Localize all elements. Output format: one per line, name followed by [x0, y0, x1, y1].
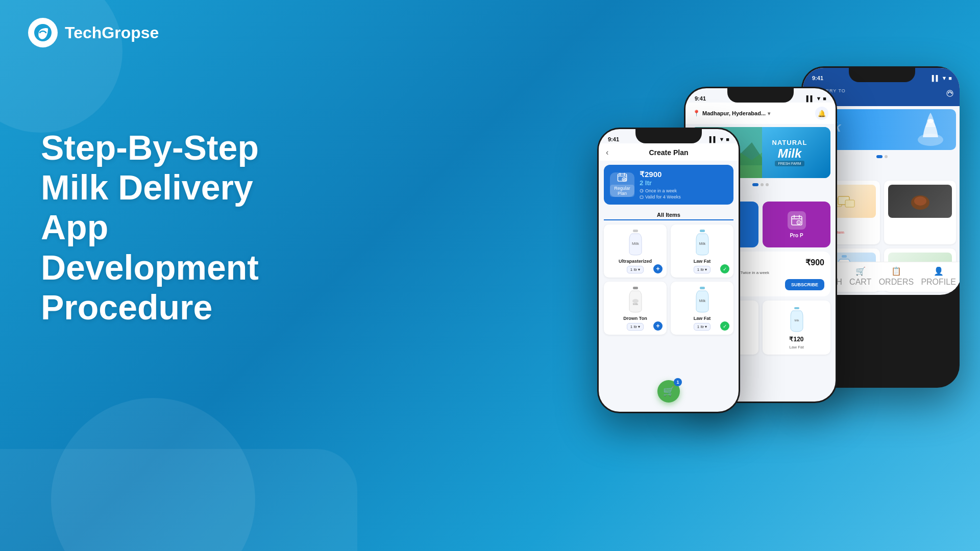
plan-validity: Valid for 4 Weeks [640, 194, 727, 199]
banner-milk-label: Milk [778, 146, 802, 161]
item-check-lawfat2[interactable]: ✓ [720, 321, 729, 331]
product-card-meat[interactable] [884, 181, 956, 244]
create-plan-header: ‹ Create Plan [599, 143, 739, 161]
product-price-lawfat: ₹120 [789, 336, 803, 343]
phone-notch-1 [635, 129, 702, 143]
status-time-1: 9:41 [608, 136, 619, 142]
location-bar: 📍 Madhapur, Hyderabad... ▾ 🔔 [685, 103, 836, 124]
delivery-refresh-icon[interactable] [946, 89, 954, 99]
bg-wave [0, 449, 357, 551]
status-time-2: 9:41 [695, 95, 706, 102]
cart-fab[interactable]: 🛒 1 [657, 380, 680, 403]
main-heading: Step-By-Step Milk Delivery App Developme… [41, 128, 327, 327]
cart-badge: 1 [674, 378, 682, 386]
product-bottle-lawfat: Milk [787, 306, 807, 334]
back-arrow[interactable]: ‹ [606, 148, 608, 157]
svg-point-49 [947, 90, 953, 96]
svg-rect-16 [700, 287, 705, 289]
brand-name: TechGropse [65, 23, 159, 42]
items-grid: Milk Ultrapasterized 1 ltr ▾ + Milk [599, 220, 739, 339]
bottle-lawfat2: Milk [692, 286, 713, 314]
svg-rect-9 [633, 230, 638, 232]
item-name-lawfat1: Law Fat [694, 259, 711, 264]
item-check-lawfat1[interactable]: ✓ [720, 264, 729, 273]
svg-rect-13 [633, 287, 638, 289]
svg-text:Milk: Milk [631, 241, 639, 246]
profile-nav-label: PROFILE [921, 278, 955, 287]
item-name-drownton: Drown Ton [623, 316, 647, 321]
phone-create-plan: 9:41 ▌▌ ▼ ■ ‹ Create Plan [597, 128, 740, 413]
phones-container: 9:41 ▌▌ ▼ ■ ‹ Create Plan [536, 26, 980, 525]
svg-rect-47 [794, 307, 799, 309]
item-card-drownton[interactable]: Milk Drown Ton 1 ltr ▾ + [604, 282, 667, 335]
subscribe-button[interactable]: SUBSCRIBE [785, 279, 824, 290]
svg-rect-54 [845, 200, 854, 207]
item-add-ultra[interactable]: + [653, 264, 663, 273]
item-add-drownton[interactable]: + [653, 321, 663, 331]
nav-cart[interactable]: 🛒 CART [849, 266, 871, 287]
banner-natural-label: NATURAL [772, 139, 807, 146]
item-name-ultra: Ultrapasterized [619, 259, 652, 264]
plan-box-pro-name: Pro P [790, 233, 803, 238]
all-items-tab[interactable]: All Items [604, 209, 733, 220]
item-select-lawfat1[interactable]: 1 ltr ▾ [694, 266, 711, 273]
bottle-ultra: Milk [625, 229, 646, 257]
svg-point-51 [927, 119, 934, 123]
item-card-lawfat-2[interactable]: Milk Law Fat 1 ltr ▾ ✓ [671, 282, 733, 335]
plan-card[interactable]: Regular Plan ₹2900 2 ltr Once in a week … [604, 165, 733, 205]
svg-rect-57 [842, 255, 847, 258]
svg-point-41 [797, 220, 801, 224]
notification-icon[interactable]: 🔔 [815, 107, 828, 120]
status-icons-3: ▌▌ ▼ ■ [932, 75, 952, 81]
phone-notch-2 [727, 88, 794, 103]
item-name-lawfat2: Law Fat [694, 316, 711, 321]
banner-fresh-label: FRESH FARM [775, 161, 804, 166]
item-select-ultra[interactable]: 1 ltr ▾ [627, 266, 644, 273]
profile-nav-icon: 👤 [934, 266, 944, 276]
location-pin-icon: 📍 [693, 110, 700, 117]
cart-nav-icon: 🛒 [855, 266, 866, 276]
svg-rect-8 [640, 196, 643, 198]
plan-card-icon: Regular Plan [610, 172, 634, 197]
heading-line3: Development [41, 248, 259, 287]
plan-card-details: ₹2900 2 ltr Once in a week Valid for 4 W… [640, 170, 727, 199]
logo-area: TechGropse [28, 18, 159, 47]
bottle-lawfat1: Milk [692, 229, 713, 257]
svg-text:Milk: Milk [794, 319, 799, 322]
svg-point-56 [914, 196, 926, 206]
bottle-drownton: Milk [625, 286, 646, 314]
svg-text:Milk: Milk [699, 242, 705, 245]
svg-text:Milk: Milk [699, 299, 705, 303]
status-icons-1: ▌▌ ▼ ■ [709, 136, 729, 142]
heading-line2: Milk Delivery App [41, 168, 253, 246]
plan-box-pro[interactable]: Pro P [763, 202, 830, 247]
nav-orders[interactable]: 📋 ORDERS [879, 266, 914, 287]
location-text: Madhapur, Hyderabad... [702, 110, 766, 116]
item-card-lawfat-1[interactable]: Milk Law Fat 1 ltr ▾ ✓ [671, 224, 733, 278]
svg-rect-11 [700, 230, 705, 232]
create-plan-title: Create Plan [649, 148, 688, 157]
phone-notch-3 [849, 68, 915, 82]
product-card-lawfat[interactable]: Milk ₹120 Law Fat [763, 300, 830, 355]
logo-icon [28, 18, 58, 47]
status-time-3: 9:41 [812, 75, 823, 81]
svg-text:Milk: Milk [632, 303, 639, 306]
sub-price: ₹900 [805, 258, 824, 267]
plan-label: Regular Plan [610, 185, 634, 197]
delivery-to-label: DELIVERY TO [810, 88, 954, 93]
product-name-lawfat: Law Fat [789, 345, 803, 349]
heading-line1: Step-By-Step [41, 128, 259, 167]
plan-box-icon-pro [788, 211, 806, 230]
item-select-drownton[interactable]: 1 ltr ▾ [627, 323, 644, 331]
nav-profile[interactable]: 👤 PROFILE [921, 266, 955, 287]
orders-nav-label: ORDERS [879, 278, 914, 287]
orders-nav-icon: 📋 [891, 266, 901, 276]
meat-image [888, 185, 952, 218]
item-select-lawfat2[interactable]: 1 ltr ▾ [694, 323, 711, 331]
plan-price: ₹2900 [640, 170, 727, 179]
plan-volume: 2 ltr [640, 179, 727, 187]
plan-frequency: Once in a week [640, 188, 727, 193]
item-card-ultrapasterized[interactable]: Milk Ultrapasterized 1 ltr ▾ + [604, 224, 667, 278]
status-icons-2: ▌▌ ▼ ■ [806, 95, 826, 102]
location-chevron[interactable]: ▾ [768, 111, 770, 116]
